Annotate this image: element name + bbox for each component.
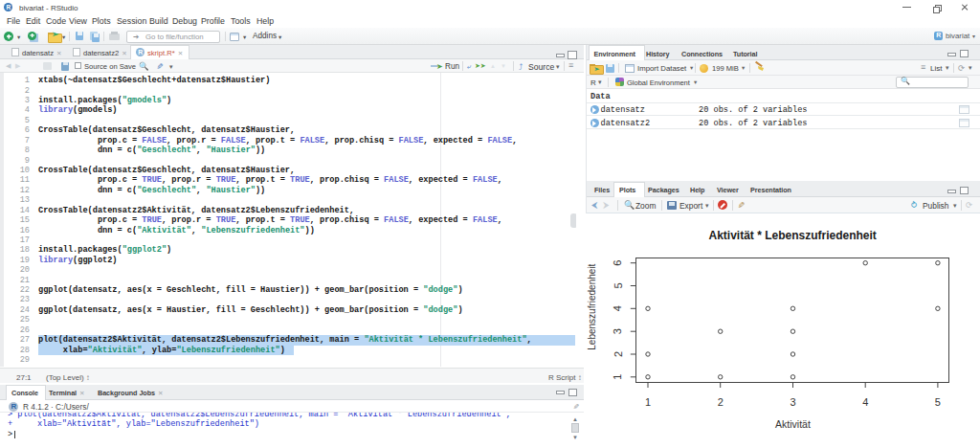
svg-text:4: 4 <box>612 305 624 311</box>
svg-text:5: 5 <box>612 282 624 288</box>
svg-text:1: 1 <box>645 396 651 408</box>
svg-text:6: 6 <box>612 260 624 266</box>
svg-text:2: 2 <box>612 351 624 357</box>
svg-text:5: 5 <box>935 396 941 408</box>
svg-text:4: 4 <box>862 396 868 408</box>
svg-text:3: 3 <box>612 328 624 334</box>
svg-text:Lebenszufriedenheit: Lebenszufriedenheit <box>588 263 598 349</box>
svg-text:Aktivität * Lebenszufriedenhei: Aktivität * Lebenszufriedenheit <box>709 229 877 242</box>
svg-text:2: 2 <box>718 396 724 408</box>
svg-text:3: 3 <box>790 396 795 408</box>
svg-text:Aktivität: Aktivität <box>775 418 811 430</box>
svg-text:1: 1 <box>612 374 624 380</box>
